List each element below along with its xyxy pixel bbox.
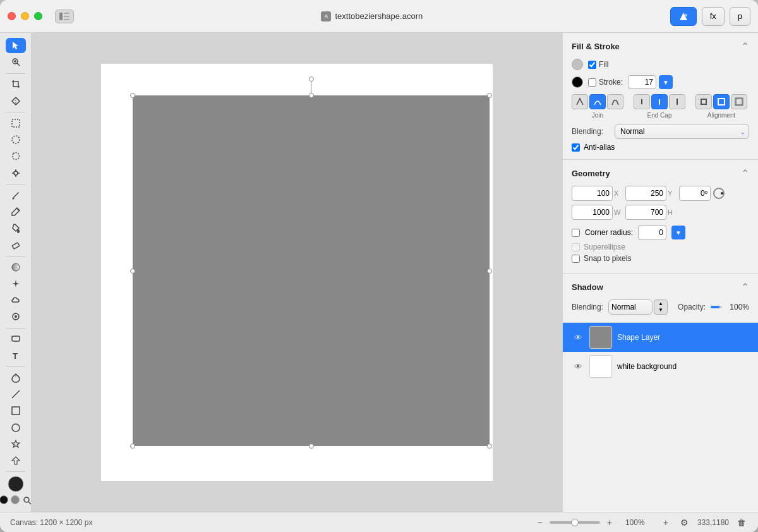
fx-button[interactable]: fx [702,7,725,26]
align-outer-btn[interactable] [731,94,747,109]
handle-bottom-left[interactable] [130,444,135,449]
tool-eraser[interactable] [6,237,26,252]
tool-rounded-rect[interactable] [6,331,26,346]
align-center-btn[interactable] [713,94,730,109]
corner-radius-dropdown[interactable]: ▼ [671,226,685,239]
delete-layer-button[interactable]: 🗑 [735,516,748,529]
color-circle[interactable] [6,475,26,493]
zoom-in-button[interactable]: + [604,517,615,528]
join-round-btn[interactable] [589,94,606,109]
fill-row: Fill [572,59,749,70]
stroke-dropdown[interactable]: ▼ [659,75,673,89]
tool-flip[interactable] [6,94,26,109]
geo-h-input[interactable] [625,205,666,220]
tool-select[interactable] [6,38,26,53]
endcap-flat-btn[interactable] [634,94,650,109]
minimize-button[interactable] [21,12,29,20]
sidebar-toggle-button[interactable] [55,9,74,23]
handle-middle-left[interactable] [130,269,135,274]
add-layer-button[interactable]: + [659,516,672,529]
tool-magic-wand[interactable] [6,166,26,181]
stroke-input[interactable]: 17 [628,75,656,89]
tool-shape-rect[interactable] [6,403,26,418]
shape-layer-rect[interactable] [133,95,490,446]
maximize-button[interactable] [34,12,42,20]
fg-color[interactable] [0,495,8,504]
blending-select[interactable]: Normal [615,124,749,139]
tool-pen[interactable] [6,370,26,385]
tool-star[interactable] [6,437,26,452]
tool-lasso[interactable] [6,148,26,164]
geo-angle-input[interactable] [679,186,711,201]
geo-row1: X Y [572,186,749,201]
geo-x-input[interactable] [572,186,613,201]
endcap-square-btn[interactable] [669,94,685,109]
fill-color-swatch[interactable] [572,59,583,70]
rotation-dial[interactable] [713,188,725,199]
zoom-out-button[interactable]: − [534,517,546,528]
shape-tool-button[interactable] [670,7,697,26]
stroke-checkbox[interactable] [588,78,596,87]
endcap-round-btn[interactable] [651,94,668,109]
geometry-collapse[interactable]: ⌃ [741,167,749,179]
handle-middle-right[interactable] [487,269,492,274]
handle-top-right[interactable] [487,93,492,98]
shadow-blending-select-wrapper[interactable]: Normal ▲ ▼ [608,299,668,315]
tool-shape-ellipse[interactable] [6,420,26,435]
tool-zoom[interactable] [6,54,26,70]
fill-checkbox[interactable] [588,61,596,69]
tool-zoom-small[interactable] [22,495,32,505]
tool-ellipse-select[interactable] [6,132,26,147]
tool-rect-select[interactable] [6,116,26,131]
traffic-lights [8,12,42,20]
tool-arrow-shape[interactable] [6,453,26,468]
tool-brush[interactable] [6,188,26,203]
antialias-checkbox[interactable] [572,143,580,152]
layer-item-background[interactable]: 👁 white background [563,352,758,381]
tool-cloud[interactable] [6,293,26,308]
shadow-blending-select[interactable]: Normal [608,299,653,315]
stroke-color-swatch[interactable] [572,76,583,88]
tool-adjust[interactable] [6,309,26,324]
settings-button[interactable]: ⚙ [678,516,691,529]
handle-bottom-center[interactable] [309,444,314,449]
tool-pencil[interactable] [6,204,26,219]
geo-w-input[interactable] [572,205,613,220]
tool-line[interactable] [6,387,26,402]
fill-stroke-collapse[interactable]: ⌃ [741,40,749,52]
tool-gradient[interactable] [6,259,26,274]
color-circle-icon [7,475,25,493]
close-button[interactable] [8,12,16,20]
zoom-slider[interactable] [550,521,600,524]
shadow-blending-stepper[interactable]: ▲ ▼ [654,299,668,315]
corner-radius-checkbox[interactable] [572,229,580,237]
handle-rotate[interactable] [309,76,314,82]
layer-item-shape[interactable]: 👁 Shape Layer [563,323,758,352]
layer-eye-background[interactable]: 👁 [572,360,584,373]
tool-crop[interactable] [6,76,26,92]
tool-text[interactable]: T [6,348,26,363]
shadow-collapse[interactable]: ⌃ [741,281,749,293]
fill-stroke-header: Fill & Stroke ⌃ [572,40,749,52]
blending-select-wrapper[interactable]: Normal [615,124,749,139]
join-bevel-btn[interactable] [607,94,623,109]
bg-color[interactable] [11,495,20,504]
geo-y-input[interactable] [625,186,666,201]
handle-top-left[interactable] [130,93,135,98]
join-miter-btn[interactable] [572,94,588,109]
canvas-area[interactable] [32,33,562,512]
layer-eye-shape[interactable]: 👁 [572,331,584,344]
tool-fill[interactable] [6,221,26,236]
opacity-slider[interactable] [711,306,722,308]
handle-top-center[interactable] [309,93,314,98]
handle-bottom-right[interactable] [487,444,492,449]
tool-sparkle[interactable] [6,276,26,291]
snap-checkbox[interactable] [572,255,580,263]
svg-rect-19 [12,242,20,248]
align-inner-btn[interactable] [695,94,712,109]
star-icon [11,439,21,449]
tool-divider-1 [6,73,25,74]
svg-line-6 [17,63,20,66]
p-button[interactable]: p [730,7,750,26]
corner-radius-input[interactable] [638,225,666,240]
